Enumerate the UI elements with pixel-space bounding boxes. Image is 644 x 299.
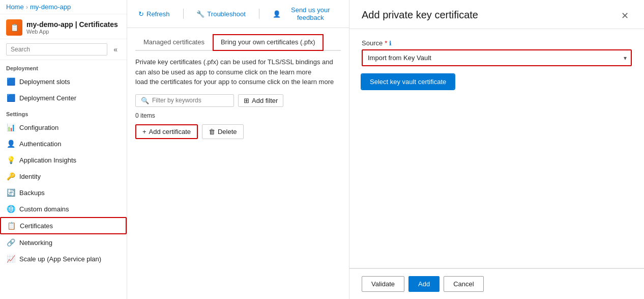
sidebar-item-label: Authentication <box>19 140 61 148</box>
deployment-center-icon: 🟦 <box>6 93 15 102</box>
backups-icon: 🔄 <box>6 188 15 197</box>
required-indicator: * <box>385 39 387 47</box>
sidebar-item-deployment-center[interactable]: 🟦 Deployment Center <box>0 90 127 106</box>
action-row: + Add certificate 🗑 Delete <box>135 124 341 139</box>
select-keyvault-certificate-button[interactable]: Select key vault certificate <box>362 74 454 89</box>
troubleshoot-icon: 🔧 <box>196 10 204 18</box>
add-certificate-button[interactable]: + Add certificate <box>135 124 198 139</box>
delete-button[interactable]: 🗑 Delete <box>202 124 244 139</box>
filter-row: 🔍 ⊞ Add filter <box>135 94 341 107</box>
breadcrumb-home[interactable]: Home <box>6 3 24 11</box>
tab-own[interactable]: Bring your own certificates (.pfx) <box>213 34 324 51</box>
filter-search-icon: 🔍 <box>141 97 149 104</box>
add-filter-button[interactable]: ⊞ Add filter <box>238 94 283 107</box>
identity-icon: 🔑 <box>6 172 15 181</box>
source-label: Source * ℹ <box>362 39 632 47</box>
add-button[interactable]: Add <box>408 276 440 292</box>
tab-managed[interactable]: Managed certificates <box>135 34 213 51</box>
sidebar-item-label: Networking <box>19 239 52 247</box>
sidebar-item-networking[interactable]: 🔗 Networking <box>0 234 127 251</box>
networking-icon: 🔗 <box>6 238 15 247</box>
cancel-button[interactable]: Cancel <box>444 276 483 292</box>
main-content: ↻ Refresh 🔧 Troubleshoot 👤 Send us your … <box>127 0 349 299</box>
refresh-button[interactable]: ↻ Refresh <box>135 8 173 20</box>
sidebar-item-label: Identity <box>19 173 41 180</box>
sidebar-item-identity[interactable]: 🔑 Identity <box>0 168 127 184</box>
section-deployment-label: Deployment <box>0 60 127 73</box>
app-subtitle: Web App <box>26 29 118 35</box>
add-icon: + <box>142 128 147 135</box>
feedback-icon: 👤 <box>273 10 281 18</box>
deployment-slots-icon: 🟦 <box>6 77 15 86</box>
sidebar-item-label: Scale up (App Service plan) <box>19 255 101 263</box>
filter-input[interactable] <box>152 97 228 104</box>
app-icon: 📋 <box>6 19 22 36</box>
search-container: « <box>0 39 127 60</box>
source-select-wrapper: Import from Key Vault Upload Certificate… <box>362 49 632 66</box>
right-panel: Add private key certificate ✕ Source * ℹ… <box>349 0 644 299</box>
panel-close-button[interactable]: ✕ <box>618 9 632 22</box>
panel-body: Source * ℹ Import from Key Vault Upload … <box>349 29 644 268</box>
items-count: 0 items <box>135 112 341 119</box>
panel-footer: Validate Add Cancel <box>349 268 644 299</box>
filter-icon: ⊞ <box>244 97 249 104</box>
certificates-icon: 📋 <box>7 221 16 230</box>
delete-icon: 🗑 <box>209 128 215 135</box>
sidebar: Home › my-demo-app 📋 my-demo-app | Certi… <box>0 0 127 299</box>
app-title: my-demo-app | Certificates <box>26 20 118 29</box>
toolbar-separator2 <box>259 9 259 19</box>
source-select[interactable]: Import from Key Vault Upload Certificate… <box>362 49 632 66</box>
sidebar-item-label: Certificates <box>20 222 53 230</box>
sidebar-item-configuration[interactable]: 📊 Configuration <box>0 119 127 135</box>
sidebar-app-header: 📋 my-demo-app | Certificates Web App <box>0 14 127 39</box>
search-input[interactable] <box>6 43 107 56</box>
configuration-icon: 📊 <box>6 123 15 132</box>
sidebar-item-deployment-slots[interactable]: 🟦 Deployment slots <box>0 73 127 90</box>
info-icon: ℹ <box>389 40 392 47</box>
main-body: Managed certificates Bring your own cert… <box>127 28 349 299</box>
info-text: Private key certificates (.pfx) can be u… <box>135 57 341 87</box>
sidebar-item-scale-up[interactable]: 📈 Scale up (App Service plan) <box>0 251 127 267</box>
sidebar-item-backups[interactable]: 🔄 Backups <box>0 184 127 201</box>
sidebar-item-authentication[interactable]: 👤 Authentication <box>0 135 127 152</box>
tab-bar: Managed certificates Bring your own cert… <box>135 34 341 51</box>
validate-button[interactable]: Validate <box>362 276 404 292</box>
sidebar-item-custom-domains[interactable]: 🌐 Custom domains <box>0 201 127 217</box>
sidebar-item-label: Custom domains <box>19 205 69 213</box>
sidebar-item-certificates[interactable]: 📋 Certificates <box>0 217 127 234</box>
breadcrumb: Home › my-demo-app <box>0 0 127 14</box>
toolbar: ↻ Refresh 🔧 Troubleshoot 👤 Send us your … <box>127 0 349 28</box>
feedback-button[interactable]: 👤 Send us your feedback <box>270 4 341 23</box>
filter-input-container: 🔍 <box>135 94 234 107</box>
sidebar-item-application-insights[interactable]: 💡 Application Insights <box>0 152 127 168</box>
scale-up-icon: 📈 <box>6 254 15 263</box>
sidebar-item-label: Application Insights <box>19 156 76 164</box>
toolbar-separator <box>183 9 184 19</box>
section-settings-label: Settings <box>0 106 127 119</box>
application-insights-icon: 💡 <box>6 155 15 165</box>
custom-domains-icon: 🌐 <box>6 204 15 213</box>
refresh-icon: ↻ <box>138 10 144 18</box>
troubleshoot-button[interactable]: 🔧 Troubleshoot <box>193 8 248 20</box>
sidebar-item-label: Deployment slots <box>19 78 70 86</box>
breadcrumb-app[interactable]: my-demo-app <box>30 3 71 11</box>
sidebar-item-label: Backups <box>19 189 45 197</box>
sidebar-item-label: Configuration <box>19 124 58 131</box>
sidebar-item-label: Deployment Center <box>19 94 76 102</box>
panel-title: Add private key certificate <box>362 9 478 21</box>
panel-header: Add private key certificate ✕ <box>349 0 644 29</box>
authentication-icon: 👤 <box>6 139 15 148</box>
sidebar-collapse-button[interactable]: « <box>110 44 121 55</box>
